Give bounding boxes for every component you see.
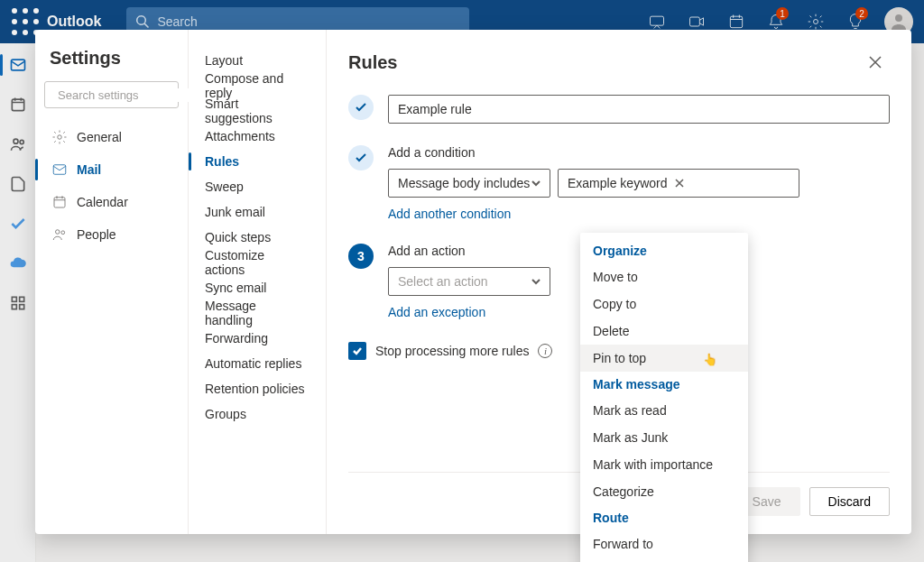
settings-search[interactable] [44,81,179,108]
svg-point-22 [58,135,62,140]
category-label: Calendar [77,195,128,209]
sub-forwarding[interactable]: Forwarding [189,326,322,351]
people-icon [51,226,68,243]
dropdown-item-delete[interactable]: Delete [580,318,748,345]
dropdown-item-mark-junk[interactable]: Mark as Junk [580,424,748,451]
check-icon [355,152,367,164]
category-calendar[interactable]: Calendar [44,186,179,218]
dropdown-item-label: Pin to top [593,351,646,365]
dropdown-group-header: Mark message [580,372,748,397]
step-badge-done [348,145,374,170]
close-button[interactable] [861,48,890,77]
dropdown-item-forward-to[interactable]: Forward to [580,530,748,557]
settings-categories: Settings General Mail Calendar People [35,30,189,534]
action-placeholder: Select an action [398,274,488,289]
gear-icon [51,129,68,145]
sub-retention[interactable]: Retention policies [189,376,322,401]
category-label: People [77,227,116,242]
sub-sync-email[interactable]: Sync email [189,275,322,300]
check-icon [355,101,367,114]
stop-processing-checkbox[interactable] [348,342,366,360]
check-icon [352,345,363,356]
sub-customize-actions[interactable]: Customize actions [189,250,322,275]
sub-layout[interactable]: Layout [189,48,322,73]
cursor-icon: 👆 [703,353,717,366]
condition-type-label: Message body includes [398,176,530,190]
stop-processing-label: Stop processing more rules [375,344,529,358]
sub-quick-steps[interactable]: Quick steps [189,225,322,250]
category-label: General [77,130,122,144]
dropdown-item-forward-attachment[interactable]: Forward as attachment [580,557,748,562]
condition-value-text: Example keyword [568,176,668,190]
action-dropdown-menu: Organize Move to Copy to Delete Pin to t… [580,233,748,562]
sub-smart-suggestions[interactable]: Smart suggestions [189,98,322,124]
settings-modal: Settings General Mail Calendar People La… [35,30,911,534]
close-icon [869,56,882,69]
condition-type-select[interactable]: Message body includes [388,169,550,198]
dropdown-item-mark-read[interactable]: Mark as read [580,397,748,424]
step-badge-done [348,95,374,120]
svg-rect-23 [53,165,66,175]
calendar-icon [51,194,68,210]
clear-condition-button[interactable] [675,176,684,190]
sub-sweep[interactable]: Sweep [189,174,322,199]
step-badge-number: 3 [348,244,374,269]
chevron-down-icon [531,179,541,188]
sub-auto-replies[interactable]: Automatic replies [189,351,322,376]
sub-rules[interactable]: Rules [189,149,322,174]
category-mail[interactable]: Mail [44,153,179,186]
chevron-down-icon [531,277,541,286]
settings-title: Settings [50,48,179,69]
action-select[interactable]: Select an action [388,267,550,296]
condition-value-field[interactable]: Example keyword [558,169,799,198]
dropdown-item-pin-to-top[interactable]: Pin to top 👆 [580,345,748,372]
category-general[interactable]: General [44,121,179,153]
info-icon[interactable]: i [538,344,552,358]
sub-message-handling[interactable]: Message handling [189,300,322,326]
dropdown-item-copy-to[interactable]: Copy to [580,290,748,318]
dropdown-item-mark-importance[interactable]: Mark with importance [580,451,748,478]
category-people[interactable]: People [44,218,179,251]
panel-title: Rules [348,52,397,73]
step-title: Add a condition [388,145,890,160]
settings-search-input[interactable] [58,88,209,102]
rule-step-name [348,95,890,124]
dropdown-group-header: Route [580,505,748,530]
dropdown-group-header: Organize [580,238,748,263]
add-exception-link[interactable]: Add an exception [388,305,485,319]
svg-point-26 [61,231,65,235]
dropdown-item-move-to[interactable]: Move to [580,263,748,290]
category-label: Mail [77,162,101,177]
sub-attachments[interactable]: Attachments [189,124,322,149]
close-icon [675,179,684,188]
rule-step-condition: Add a condition Message body includes Ex… [348,145,890,222]
sub-compose[interactable]: Compose and reply [189,73,322,98]
add-condition-link[interactable]: Add another condition [388,207,511,221]
svg-rect-24 [54,198,65,207]
mail-icon [51,161,68,178]
sub-junk[interactable]: Junk email [189,199,322,225]
sub-groups[interactable]: Groups [189,401,322,427]
dropdown-item-categorize[interactable]: Categorize [580,478,748,505]
svg-point-25 [56,230,60,235]
settings-subcategories: Layout Compose and reply Smart suggestio… [189,30,327,534]
rule-name-input[interactable] [388,95,890,124]
discard-button[interactable]: Discard [809,487,890,516]
